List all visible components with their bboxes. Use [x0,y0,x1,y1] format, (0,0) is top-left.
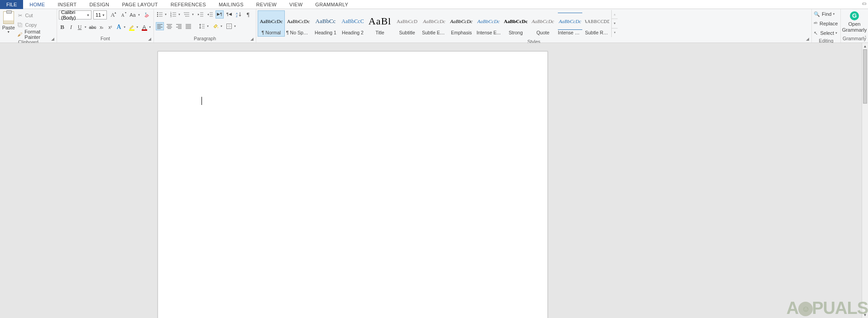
superscript-button[interactable]: x [107,23,114,31]
cut-button[interactable]: Cut [17,11,55,19]
numbering-dropdown-icon[interactable]: ▼ [178,13,182,16]
styles-launcher-icon[interactable]: ◢ [805,36,810,41]
bullets-button[interactable] [156,10,164,19]
font-color-button[interactable]: A [141,23,148,31]
font-name-combo[interactable]: Calibri (Body)▼ [59,10,91,19]
decrease-indent-button[interactable] [197,10,205,19]
underline-dropdown-icon[interactable]: ▼ [84,26,87,28]
tab-insert[interactable]: INSERT [51,0,83,9]
clear-formatting-button[interactable] [143,11,151,19]
tab-file[interactable]: FILE [0,0,23,9]
style-item-intense-em[interactable]: AaBbCcDcIntense E... [475,10,502,37]
text-effects-button[interactable]: A [115,23,122,31]
text-effects-dropdown-icon[interactable]: ▼ [123,26,126,28]
font-launcher-icon[interactable]: ◢ [147,36,152,41]
svg-text:¶◀: ¶◀ [226,12,232,16]
scroll-up-button[interactable]: ▲ [862,43,868,49]
paragraph-launcher-icon[interactable]: ◢ [249,36,254,41]
styles-gallery: AaBbCcDc¶ NormalAaBbCcDc¶ No Spac...AaBb… [257,10,611,37]
show-hide-marks-button[interactable]: ¶ [244,10,252,19]
styles-more-button[interactable]: ▾ [612,28,618,37]
tab-references[interactable]: REFERENCES [164,0,212,9]
style-item-normal[interactable]: AaBbCcDc¶ Normal [258,10,285,37]
subscript-button[interactable]: x [98,23,105,31]
shading-dropdown-icon[interactable]: ▼ [220,25,224,28]
tab-design[interactable]: DESIGN [83,0,115,9]
underline-button[interactable]: U [76,23,83,31]
borders-button[interactable] [225,22,233,30]
align-right-button[interactable] [175,22,183,30]
align-center-button[interactable] [165,22,173,30]
tab-mailings[interactable]: MAILINGS [212,0,250,9]
svg-point-6 [184,12,184,13]
style-item-nospace[interactable]: AaBbCcDc¶ No Spac... [285,10,312,37]
styles-scroll-down-button[interactable]: ▼ [612,19,618,28]
multilevel-list-button[interactable] [183,10,191,19]
find-dropdown-icon[interactable]: ▼ [832,13,836,15]
italic-button[interactable]: I [67,23,74,31]
grammarly-icon[interactable]: G [850,11,859,20]
multilevel-dropdown-icon[interactable]: ▼ [192,13,195,16]
copy-button[interactable]: Copy [17,21,55,29]
style-label: Emphasis [449,30,474,35]
open-grammarly-button[interactable]: Open Grammarly [842,21,867,33]
borders-dropdown-icon[interactable]: ▼ [234,25,237,28]
paste-button[interactable]: Paste ▼ [2,10,15,38]
select-dropdown-icon[interactable]: ▼ [835,32,838,34]
align-left-button[interactable] [156,22,164,30]
style-item-subtle-em[interactable]: AaBbCcDcSubtle Em... [421,10,448,37]
tab-view[interactable]: VIEW [283,0,309,9]
tab-grammarly[interactable]: GRAMMARLY [309,0,355,9]
style-label: ¶ Normal [259,30,283,35]
rtl-icon: ¶◀ [226,11,232,18]
ltr-direction-button[interactable]: ▶¶ [216,10,224,19]
document-page[interactable] [158,51,548,318]
sort-button[interactable]: AZ [235,10,243,19]
clipboard-launcher-icon[interactable]: ◢ [50,36,55,41]
find-button[interactable]: 🔍Find▼ [814,10,838,18]
paste-dropdown-icon[interactable]: ▼ [7,30,10,33]
bullets-dropdown-icon[interactable]: ▼ [164,13,168,16]
tab-review[interactable]: REVIEW [250,0,283,9]
font-size-combo[interactable]: 11▼ [93,10,107,19]
change-case-dropdown-icon[interactable]: ▼ [138,14,141,16]
style-item-subtle-ref[interactable]: AABBCCDDSubtle Ref... [584,10,611,37]
style-item-intense-q[interactable]: AaBbCcDcIntense Q... [556,10,584,37]
collapse-ribbon-button[interactable]: ˆ [865,36,866,41]
line-spacing-button[interactable] [198,22,206,30]
replace-button[interactable]: ᵃᵇReplace [814,19,838,28]
style-item-emphasis[interactable]: AaBbCcDcEmphasis [448,10,475,37]
scroll-down-button[interactable]: ▼ [862,312,868,318]
window-restore-icon[interactable]: ▭ [862,1,866,6]
shrink-font-button[interactable]: A▾ [119,11,127,19]
rtl-direction-button[interactable]: ¶◀ [225,10,233,19]
tab-home[interactable]: HOME [23,0,51,9]
style-item-heading1[interactable]: AaBbCcHeading 1 [312,10,339,37]
style-item-heading2[interactable]: AaBbCcCHeading 2 [339,10,366,37]
style-item-title[interactable]: AaBlTitle [366,10,393,37]
style-label: Subtle Em... [422,30,446,35]
line-spacing-dropdown-icon[interactable]: ▼ [206,25,210,28]
select-button[interactable]: ↖Select▼ [814,29,838,37]
style-item-strong[interactable]: AaBbCcDcStrong [502,10,529,37]
highlight-dropdown-icon[interactable]: ▼ [136,26,139,28]
bold-button[interactable]: B [59,23,66,31]
strikethrough-button[interactable]: abc [89,23,96,31]
font-color-dropdown-icon[interactable]: ▼ [149,26,152,28]
highlight-button[interactable] [128,23,135,31]
change-case-button[interactable]: Aa [129,11,137,19]
replace-label: Replace [820,21,838,26]
styles-scroll-up-button[interactable]: ▲ [612,10,618,19]
style-preview: AaBbCcDc [422,13,446,30]
format-painter-button[interactable]: Format Painter [17,30,55,38]
style-item-quote[interactable]: AaBbCcDcQuote [529,10,556,37]
style-item-subtitle[interactable]: AaBbCcDSubtitle [393,10,421,37]
scroll-thumb[interactable] [863,49,867,104]
scissors-icon [17,13,23,18]
numbering-button[interactable]: 123 [169,10,177,19]
tab-page-layout[interactable]: PAGE LAYOUT [115,0,164,9]
justify-button[interactable] [184,22,192,30]
shading-button[interactable] [211,22,220,30]
grow-font-button[interactable]: A▴ [109,11,117,19]
increase-indent-button[interactable] [206,10,214,19]
